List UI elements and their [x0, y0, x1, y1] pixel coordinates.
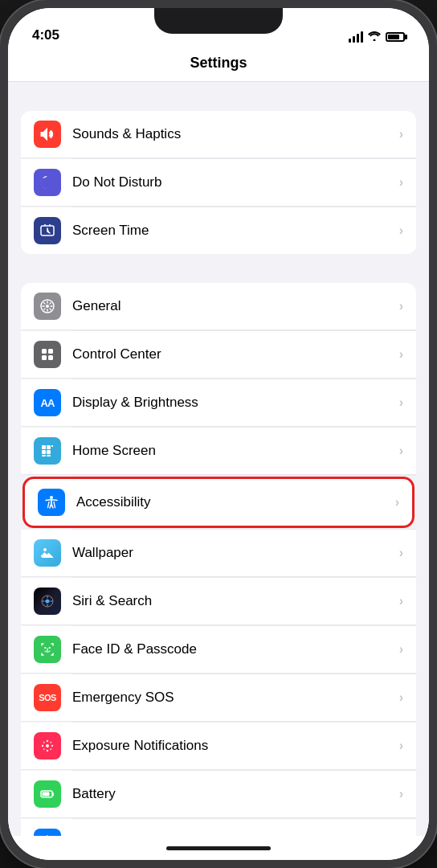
settings-group-1: Sounds & Haptics › Do Not Disturb ›	[21, 111, 416, 254]
signal-icon	[349, 31, 363, 43]
battery-icon	[34, 780, 61, 808]
svg-rect-13	[47, 455, 51, 457]
svg-rect-27	[43, 792, 50, 796]
emergency-sos-chevron: ›	[399, 690, 403, 705]
battery-label: Battery	[72, 786, 399, 802]
status-time: 4:05	[32, 27, 59, 43]
svg-point-17	[46, 744, 49, 747]
list-item[interactable]: Home Screen ›	[21, 428, 416, 475]
svg-rect-4	[48, 349, 53, 354]
battery-status-icon	[386, 32, 405, 42]
privacy-label: Privacy	[72, 834, 399, 836]
list-item[interactable]: Control Center ›	[21, 331, 416, 379]
screen: 4:05	[8, 8, 429, 860]
svg-rect-3	[42, 349, 47, 354]
screen-time-chevron: ›	[399, 223, 403, 238]
phone-frame: 4:05	[0, 0, 437, 868]
control-center-icon	[34, 341, 61, 368]
general-label: General	[72, 298, 399, 314]
svg-rect-5	[42, 355, 47, 360]
settings-list[interactable]: Sounds & Haptics › Do Not Disturb ›	[8, 82, 429, 836]
list-item[interactable]: Face ID & Passcode ›	[21, 626, 416, 674]
control-center-chevron: ›	[399, 347, 403, 362]
general-icon	[34, 293, 61, 320]
svg-point-20	[42, 745, 43, 747]
svg-point-15	[43, 548, 47, 551]
display-brightness-icon: AA	[34, 389, 61, 416]
sounds-label: Sounds & Haptics	[72, 126, 399, 142]
list-item[interactable]: SOS Emergency SOS ›	[21, 674, 416, 722]
navigation-bar: Settings	[8, 48, 429, 82]
list-item[interactable]: Do Not Disturb ›	[21, 159, 416, 207]
wifi-icon	[368, 31, 381, 43]
dnd-label: Do Not Disturb	[72, 174, 399, 190]
list-item[interactable]: Siri & Search ›	[21, 578, 416, 625]
face-id-chevron: ›	[399, 642, 403, 657]
svg-point-24	[43, 748, 45, 750]
list-item[interactable]: Screen Time ›	[21, 207, 416, 254]
svg-point-22	[43, 742, 45, 743]
siri-label: Siri & Search	[72, 593, 399, 609]
svg-point-25	[50, 748, 51, 750]
volume-down-button[interactable]	[0, 257, 2, 313]
screen-time-label: Screen Time	[72, 223, 399, 239]
privacy-icon	[34, 829, 61, 836]
svg-point-19	[47, 750, 48, 751]
accessibility-label: Accessibility	[76, 494, 395, 510]
list-item[interactable]: Privacy ›	[21, 819, 416, 836]
exposure-chevron: ›	[399, 739, 403, 753]
svg-rect-9	[51, 445, 53, 447]
list-item[interactable]: AA Display & Brightness ›	[21, 379, 416, 427]
svg-point-14	[50, 496, 53, 499]
svg-point-23	[50, 742, 51, 743]
wallpaper-label: Wallpaper	[72, 545, 399, 561]
status-icons	[349, 31, 405, 43]
list-item[interactable]: Sounds & Haptics ›	[21, 111, 416, 158]
svg-rect-10	[42, 450, 46, 454]
control-center-label: Control Center	[72, 346, 399, 362]
svg-rect-6	[48, 355, 53, 360]
emergency-sos-label: Emergency SOS	[72, 690, 399, 706]
list-item[interactable]: General ›	[21, 283, 416, 330]
list-item[interactable]: Exposure Notifications ›	[21, 723, 416, 770]
settings-group-2: General › Control Center ›	[21, 283, 416, 836]
home-indicator	[8, 836, 429, 860]
sounds-icon	[34, 121, 61, 148]
face-id-icon	[34, 636, 61, 663]
home-bar	[166, 846, 271, 850]
accessibility-icon	[38, 489, 65, 516]
privacy-chevron: ›	[399, 835, 403, 836]
battery-chevron: ›	[399, 787, 403, 801]
display-brightness-label: Display & Brightness	[72, 395, 399, 411]
svg-rect-11	[47, 450, 51, 454]
notch	[154, 8, 283, 34]
home-screen-label: Home Screen	[72, 443, 399, 459]
sounds-chevron: ›	[399, 127, 403, 141]
page-title: Settings	[24, 55, 413, 72]
face-id-label: Face ID & Passcode	[72, 641, 399, 657]
siri-chevron: ›	[399, 594, 403, 608]
svg-rect-7	[42, 445, 46, 449]
svg-rect-12	[42, 455, 46, 457]
status-bar: 4:05	[8, 8, 429, 48]
group-spacer-top	[8, 82, 429, 111]
group-spacer-2	[8, 254, 429, 283]
wallpaper-icon	[34, 539, 61, 567]
exposure-icon	[34, 732, 61, 760]
svg-point-18	[47, 740, 48, 742]
dnd-icon	[34, 169, 61, 196]
list-item[interactable]: Battery ›	[21, 771, 416, 818]
volume-up-button[interactable]	[0, 185, 2, 241]
screen-time-icon	[34, 217, 61, 244]
dnd-chevron: ›	[399, 175, 403, 190]
home-screen-icon	[34, 437, 61, 465]
list-item[interactable]: Wallpaper ›	[21, 530, 416, 577]
home-screen-chevron: ›	[399, 444, 403, 458]
svg-point-2	[46, 305, 49, 308]
exposure-label: Exposure Notifications	[72, 738, 399, 754]
display-brightness-chevron: ›	[399, 395, 403, 410]
wallpaper-chevron: ›	[399, 546, 403, 560]
emergency-sos-icon: SOS	[34, 684, 61, 711]
svg-point-21	[51, 745, 53, 747]
list-item[interactable]: Accessibility ›	[22, 477, 415, 528]
